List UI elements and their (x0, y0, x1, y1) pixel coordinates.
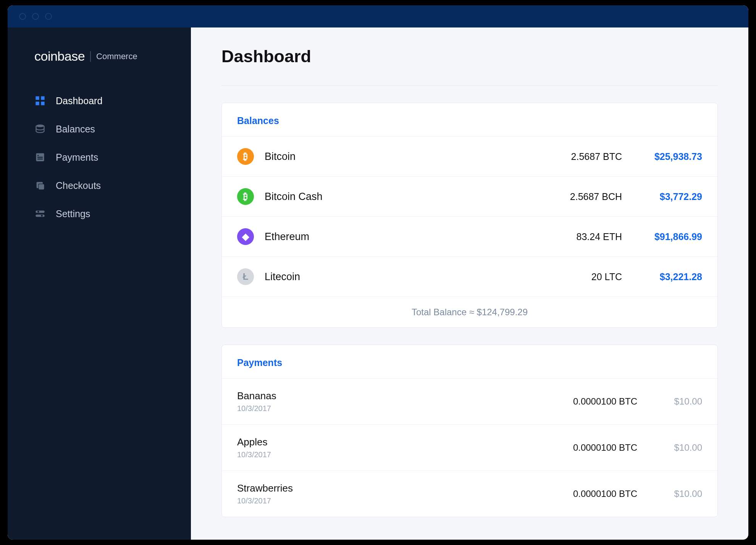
sidebar-item-checkouts[interactable]: Checkouts (8, 171, 191, 200)
payments-icon (34, 152, 46, 163)
sidebar-item-label: Dashboard (56, 95, 102, 106)
svg-rect-1 (41, 96, 44, 100)
brand-primary: coinbase (34, 49, 85, 64)
balance-coin-amount: 2.5687 BTC (546, 151, 622, 162)
balances-total-label: Total Balance ≈ (412, 307, 474, 317)
balance-coin-name: Litecoin (265, 271, 546, 283)
balance-coin-usd: $91,866.99 (641, 231, 702, 242)
svg-rect-6 (37, 155, 39, 156)
payment-row[interactable]: Strawberries 10/3/2017 0.0000100 BTC $10… (222, 471, 717, 517)
sidebar-item-balances[interactable]: Balances (8, 115, 191, 143)
payment-name: Apples (237, 436, 553, 448)
balances-title[interactable]: Balances (222, 103, 717, 136)
window-close-icon[interactable] (19, 13, 26, 20)
payments-title[interactable]: Payments (222, 345, 717, 378)
sidebar-item-label: Balances (56, 124, 95, 135)
sidebar-item-dashboard[interactable]: Dashboard (8, 87, 191, 115)
balances-icon (34, 123, 46, 135)
sidebar-item-settings[interactable]: Settings (8, 200, 191, 228)
balance-coin-name: Bitcoin (265, 151, 546, 163)
page-title: Dashboard (221, 47, 718, 86)
brand-secondary: Commerce (96, 52, 137, 61)
svg-point-14 (37, 211, 39, 213)
payment-usd: $10.00 (656, 396, 702, 407)
balance-coin-usd: $25,938.73 (641, 151, 702, 162)
svg-rect-11 (39, 184, 44, 190)
payment-usd: $10.00 (656, 442, 702, 453)
payment-name: Bananas (237, 390, 553, 402)
sidebar-item-label: Checkouts (56, 180, 101, 191)
bitcoin-icon: ₿ (237, 148, 254, 165)
payment-date: 10/3/2017 (237, 450, 553, 459)
ethereum-icon: ◆ (237, 228, 254, 245)
svg-rect-2 (36, 102, 39, 105)
payment-amount: 0.0000100 BTC (553, 442, 637, 453)
litecoin-icon: Ł (237, 268, 254, 285)
checkouts-icon (34, 180, 46, 191)
balance-coin-name: Bitcoin Cash (265, 191, 546, 203)
svg-point-15 (41, 215, 43, 217)
sidebar-item-label: Payments (56, 152, 98, 163)
payment-name: Strawberries (237, 482, 553, 494)
svg-rect-13 (36, 214, 44, 217)
settings-icon (34, 208, 46, 219)
balance-coin-amount: 2.5687 BCH (546, 191, 622, 202)
balance-row[interactable]: ₿ Bitcoin 2.5687 BTC $25,938.73 (222, 136, 717, 176)
sidebar-item-label: Settings (56, 208, 90, 219)
balance-coin-usd: $3,221.28 (641, 271, 702, 282)
window-minimize-icon[interactable] (32, 13, 39, 20)
svg-rect-0 (36, 96, 39, 100)
bitcoin-cash-icon: ₿ (237, 188, 254, 205)
payment-amount: 0.0000100 BTC (553, 396, 637, 407)
balances-total-value: $124,799.29 (477, 307, 528, 317)
balances-card: Balances ₿ Bitcoin 2.5687 BTC $25,938.73… (221, 103, 718, 328)
payment-amount: 0.0000100 BTC (553, 489, 637, 499)
app-window: coinbase Commerce Dashboard Balances (8, 5, 748, 540)
balance-coin-usd: $3,772.29 (641, 191, 702, 202)
window-titlebar (8, 5, 748, 27)
balances-total: Total Balance ≈ $124,799.29 (222, 297, 717, 327)
payments-card: Payments Bananas 10/3/2017 0.0000100 BTC… (221, 345, 718, 517)
payment-row[interactable]: Apples 10/3/2017 0.0000100 BTC $10.00 (222, 424, 717, 471)
balance-coin-name: Ethereum (265, 231, 546, 243)
sidebar: coinbase Commerce Dashboard Balances (8, 27, 191, 540)
brand-divider (90, 51, 91, 62)
svg-rect-12 (36, 211, 44, 213)
svg-point-4 (36, 124, 44, 127)
payment-usd: $10.00 (656, 489, 702, 499)
main-content: Dashboard Balances ₿ Bitcoin 2.5687 BTC … (191, 27, 748, 540)
svg-rect-3 (41, 102, 44, 105)
balance-row[interactable]: ◆ Ethereum 83.24 ETH $91,866.99 (222, 216, 717, 256)
payment-row[interactable]: Bananas 10/3/2017 0.0000100 BTC $10.00 (222, 378, 717, 424)
balance-row[interactable]: ₿ Bitcoin Cash 2.5687 BCH $3,772.29 (222, 176, 717, 216)
balance-coin-amount: 83.24 ETH (546, 231, 622, 242)
sidebar-item-payments[interactable]: Payments (8, 143, 191, 171)
balance-coin-amount: 20 LTC (546, 271, 622, 282)
window-zoom-icon[interactable] (45, 13, 52, 20)
svg-rect-7 (37, 157, 43, 158)
balance-row[interactable]: Ł Litecoin 20 LTC $3,221.28 (222, 256, 717, 297)
brand: coinbase Commerce (8, 49, 191, 87)
svg-rect-8 (37, 159, 43, 160)
dashboard-icon (34, 95, 46, 106)
payment-date: 10/3/2017 (237, 497, 553, 505)
payment-date: 10/3/2017 (237, 404, 553, 413)
